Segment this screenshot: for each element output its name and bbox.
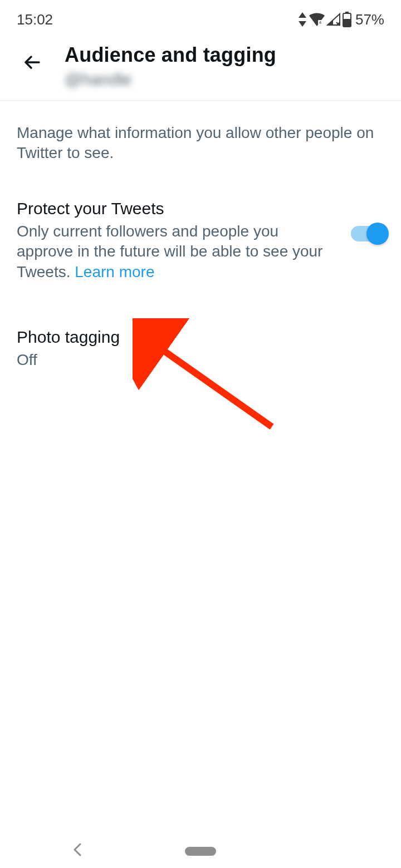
learn-more-link[interactable]: Learn more bbox=[75, 263, 154, 280]
toggle-knob bbox=[366, 223, 389, 245]
protect-tweets-description: Only current followers and people you ap… bbox=[17, 221, 333, 282]
protect-tweets-row[interactable]: Protect your Tweets Only current followe… bbox=[0, 183, 401, 298]
page-title: Audience and tagging bbox=[65, 43, 390, 67]
nav-back-button[interactable] bbox=[72, 842, 82, 861]
page-subtitle: @handle bbox=[65, 70, 390, 89]
vpn-icon bbox=[297, 12, 307, 27]
status-time: 15:02 bbox=[17, 11, 53, 28]
arrow-left-icon bbox=[21, 51, 43, 73]
photo-tagging-value: Off bbox=[17, 350, 384, 370]
status-bar: 15:02 4 57% bbox=[0, 0, 401, 33]
battery-percent: 57% bbox=[355, 11, 384, 28]
system-nav-bar bbox=[0, 835, 401, 868]
chevron-left-icon bbox=[72, 842, 82, 857]
status-indicators: 4 57% bbox=[297, 11, 384, 28]
back-button[interactable] bbox=[20, 50, 45, 75]
cell-signal-icon bbox=[326, 13, 341, 26]
wifi-icon: 4 bbox=[309, 13, 325, 26]
protect-tweets-toggle[interactable] bbox=[351, 226, 384, 241]
app-bar: Audience and tagging @handle bbox=[0, 33, 401, 101]
battery-icon bbox=[342, 12, 352, 27]
svg-text:4: 4 bbox=[319, 20, 322, 25]
nav-home-pill[interactable] bbox=[185, 847, 216, 856]
protect-tweets-title: Protect your Tweets bbox=[17, 199, 333, 218]
photo-tagging-row[interactable]: Photo tagging Off bbox=[0, 298, 401, 386]
svg-rect-6 bbox=[343, 19, 351, 27]
svg-marker-1 bbox=[299, 21, 306, 27]
svg-marker-0 bbox=[299, 12, 306, 18]
photo-tagging-title: Photo tagging bbox=[17, 328, 384, 347]
section-description: Manage what information you allow other … bbox=[0, 101, 401, 183]
